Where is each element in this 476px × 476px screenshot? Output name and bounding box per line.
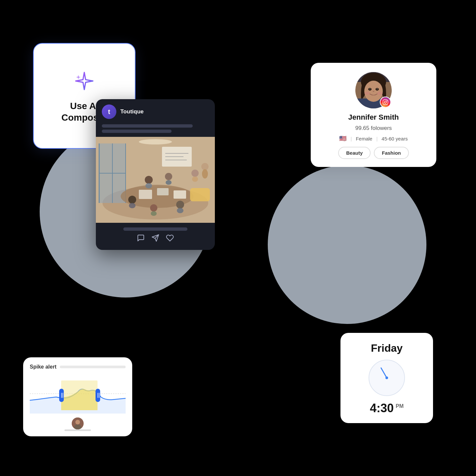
schedule-time: 4:30 PM bbox=[370, 401, 404, 415]
svg-rect-29 bbox=[190, 188, 210, 201]
heart-icon[interactable] bbox=[166, 234, 174, 244]
svg-point-47 bbox=[386, 100, 387, 101]
social-post-card: t Toutique bbox=[96, 99, 215, 250]
svg-point-17 bbox=[165, 173, 172, 180]
svg-point-57 bbox=[75, 420, 80, 424]
svg-rect-45 bbox=[383, 100, 388, 105]
svg-point-30 bbox=[139, 139, 172, 144]
svg-point-18 bbox=[166, 180, 172, 185]
ai-sparkle-icon bbox=[71, 68, 98, 95]
post-image bbox=[96, 137, 215, 223]
post-brand-name: Toutique bbox=[120, 108, 144, 115]
svg-point-46 bbox=[384, 101, 386, 103]
post-caption-placeholder bbox=[123, 227, 187, 231]
clock-center bbox=[385, 377, 388, 379]
scene: Use AI Composer t Toutique bbox=[0, 0, 476, 476]
svg-point-40 bbox=[369, 89, 371, 90]
post-header: t Toutique bbox=[96, 99, 215, 124]
spike-line bbox=[60, 366, 126, 368]
clock-face bbox=[369, 360, 405, 396]
influencer-tags: Beauty Fashion bbox=[338, 147, 409, 159]
svg-point-42 bbox=[365, 92, 370, 95]
background-blob-right bbox=[268, 165, 426, 324]
influencer-profile-card: Jennifer Smith 99.65 folowers 🇺🇸 | Femal… bbox=[311, 63, 436, 167]
svg-point-24 bbox=[151, 211, 157, 216]
svg-point-43 bbox=[377, 92, 382, 95]
spike-user-avatar bbox=[72, 417, 84, 429]
post-brand-avatar: t bbox=[102, 104, 116, 119]
post-action-buttons[interactable] bbox=[102, 234, 209, 245]
svg-point-20 bbox=[192, 177, 198, 182]
post-line-1 bbox=[102, 124, 193, 128]
influencer-name: Jennifer Smith bbox=[348, 113, 399, 122]
svg-point-25 bbox=[176, 201, 184, 209]
svg-point-41 bbox=[377, 89, 378, 90]
scroll-bar bbox=[64, 429, 91, 431]
svg-point-27 bbox=[201, 163, 209, 170]
svg-point-28 bbox=[202, 169, 208, 178]
comment-icon[interactable] bbox=[137, 234, 145, 244]
svg-point-44 bbox=[369, 95, 378, 100]
spike-header: Spike alert bbox=[30, 364, 126, 370]
schedule-card: Friday 4:30 PM bbox=[340, 333, 433, 423]
schedule-ampm: PM bbox=[396, 403, 404, 409]
schedule-time-value: 4:30 bbox=[370, 401, 394, 415]
post-line-2 bbox=[102, 130, 172, 133]
tag-fashion[interactable]: Fashion bbox=[374, 147, 409, 159]
svg-rect-12 bbox=[139, 190, 152, 199]
post-footer bbox=[96, 223, 215, 250]
influencer-avatar-wrapper bbox=[355, 72, 392, 108]
spike-user-section bbox=[30, 417, 126, 429]
svg-point-15 bbox=[145, 176, 153, 184]
svg-point-21 bbox=[128, 196, 136, 204]
schedule-day: Friday bbox=[371, 342, 403, 354]
send-icon[interactable] bbox=[151, 234, 159, 244]
svg-point-22 bbox=[129, 203, 136, 208]
flag-icon: 🇺🇸 bbox=[339, 135, 346, 142]
spike-title: Spike alert bbox=[30, 364, 57, 370]
influencer-meta: 🇺🇸 | Female | 45-60 years bbox=[339, 135, 408, 142]
spike-chart bbox=[30, 374, 126, 414]
svg-rect-14 bbox=[174, 190, 186, 199]
svg-point-19 bbox=[191, 170, 199, 177]
influencer-followers: 99.65 folowers bbox=[355, 125, 392, 132]
influencer-age: 45-60 years bbox=[381, 136, 408, 141]
svg-point-16 bbox=[145, 183, 152, 188]
spike-alert-card: Spike alert bbox=[23, 357, 132, 436]
svg-point-23 bbox=[150, 204, 157, 212]
svg-point-26 bbox=[177, 208, 183, 213]
tag-beauty[interactable]: Beauty bbox=[338, 147, 371, 159]
post-text-placeholder bbox=[96, 124, 215, 137]
svg-rect-13 bbox=[157, 188, 169, 195]
influencer-gender: Female bbox=[356, 136, 372, 141]
instagram-badge bbox=[380, 97, 391, 108]
